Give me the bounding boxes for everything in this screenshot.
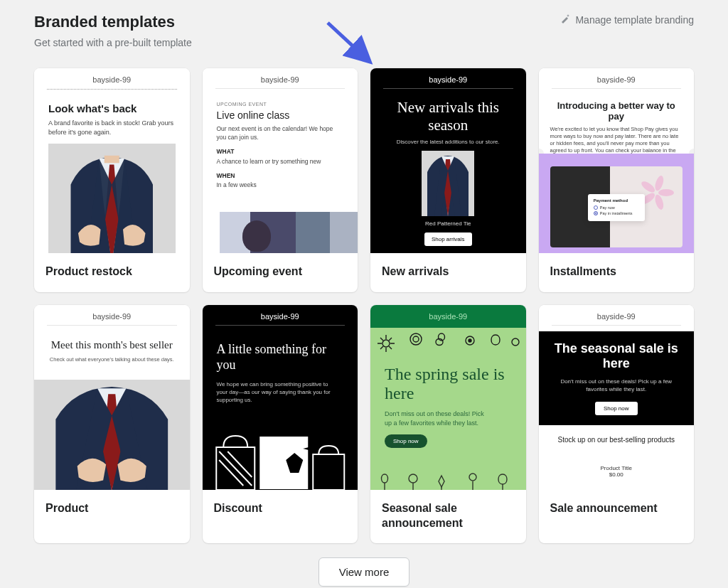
svg-rect-9	[313, 454, 344, 490]
template-name: Product restock	[34, 253, 190, 292]
svg-rect-1	[105, 156, 119, 164]
thumb-headline: A little something for you	[217, 341, 344, 373]
template-card-upcoming-event[interactable]: bayside-99 UPCOMING EVENT Live online cl…	[203, 68, 358, 292]
thumb-headline: Meet this month's best seller	[48, 338, 176, 352]
thumb-body: We hope we can bring something positive …	[217, 380, 338, 405]
store-name: bayside-99	[203, 305, 358, 331]
manage-branding-label: Manage template branding	[575, 14, 694, 26]
templates-grid: bayside-99 Look what's back A brand favo…	[34, 68, 694, 543]
cta-button: Shop arrivals	[424, 232, 472, 246]
svg-point-14	[469, 339, 471, 342]
store-name: bayside-99	[34, 68, 190, 95]
thumb-body: Our next event is on the calendar! We ho…	[217, 125, 344, 142]
shopping-bags-illustration	[214, 426, 347, 490]
store-name: bayside-99	[370, 68, 526, 95]
magic-wand-icon	[560, 13, 571, 26]
manage-template-branding-link[interactable]: Manage template branding	[560, 13, 694, 26]
thumb-below: Stock up on our best-selling products	[553, 435, 680, 445]
product-image	[34, 380, 190, 490]
store-name: bayside-99	[34, 305, 190, 331]
thumb-headline: New arrivals this season	[370, 95, 526, 139]
flower-doodles	[370, 328, 524, 359]
store-name: bayside-99	[539, 305, 695, 331]
event-photo	[220, 212, 358, 253]
template-thumb: bayside-99 Look what's back A brand favo…	[34, 68, 190, 253]
store-name: bayside-99	[370, 305, 526, 327]
template-card-installments[interactable]: bayside-99 Introducing a better way to p…	[539, 68, 695, 292]
store-name: bayside-99	[539, 68, 695, 95]
product-image	[48, 144, 176, 253]
thumb-headline: Introducing a better way to pay	[550, 100, 683, 122]
hero-image: Payment method Pay now Pay in installmen…	[539, 154, 695, 253]
thumb-body: A brand favorite is back in stock! Grab …	[48, 119, 176, 137]
thumb-body: Discover the latest additions to our sto…	[370, 139, 526, 145]
modal-title: Payment method	[594, 198, 639, 203]
what-body: A chance to learn or try something new	[217, 158, 344, 166]
template-thumb: bayside-99 A little something for you We…	[203, 305, 358, 490]
svg-point-10	[382, 340, 390, 347]
thumb-eyebrow: UPCOMING EVENT	[217, 102, 344, 107]
thumb-body: Check out what everyone's talking about …	[48, 356, 176, 363]
template-name: Upcoming event	[203, 253, 358, 292]
template-name: Installments	[539, 253, 695, 292]
template-name: Seasonal sale announcement	[370, 490, 526, 544]
svg-point-17	[469, 474, 476, 481]
when-label: WHEN	[217, 172, 344, 181]
flower-doodles	[370, 467, 524, 490]
svg-point-11	[413, 336, 419, 342]
thumb-body: Don't miss out on these deals! Pick up a…	[370, 410, 498, 427]
template-thumb: bayside-99 Meet this month's best seller…	[34, 305, 190, 490]
thumb-headline: Look what's back	[48, 102, 176, 114]
svg-point-15	[512, 338, 519, 346]
product-label: Red Patterned Tie	[370, 220, 526, 227]
payment-modal: Payment method Pay now Pay in installmen…	[588, 194, 645, 221]
thumb-headline: The seasonal sale is here	[553, 341, 680, 372]
template-thumb: bayside-99 The spring sale is here	[370, 305, 526, 490]
cta-button: Shop now	[595, 402, 638, 415]
store-name: bayside-99	[203, 68, 358, 95]
cta-button: Shop now	[385, 434, 427, 448]
page-subtitle: Get started with a pre-built template	[34, 37, 192, 48]
template-name: Product	[34, 490, 190, 529]
template-card-new-arrivals[interactable]: bayside-99 New arrivals this season Disc…	[370, 68, 526, 292]
template-thumb: bayside-99 The seasonal sale is here Don…	[539, 305, 695, 490]
template-name: Discount	[203, 490, 358, 529]
svg-point-12	[410, 333, 422, 345]
template-name: Sale announcement	[539, 490, 695, 529]
template-name: New arrivals	[370, 253, 526, 292]
template-thumb: bayside-99 Introducing a better way to p…	[539, 68, 695, 253]
template-card-discount[interactable]: bayside-99 A little something for you We…	[203, 305, 358, 544]
template-thumb: bayside-99 New arrivals this season Disc…	[370, 68, 526, 253]
product-title: Product Title	[553, 465, 680, 471]
pay-installments-option: Pay in installments	[600, 211, 633, 215]
template-card-sale-announcement[interactable]: bayside-99 The seasonal sale is here Don…	[539, 305, 695, 544]
page-title: Branded templates	[34, 13, 192, 31]
when-body: In a few weeks	[217, 181, 344, 190]
template-card-product[interactable]: bayside-99 Meet this month's best seller…	[34, 305, 190, 544]
template-thumb: bayside-99 UPCOMING EVENT Live online cl…	[203, 68, 358, 253]
what-label: WHAT	[217, 148, 344, 156]
pay-now-option: Pay now	[600, 205, 615, 210]
thumb-headline: Live online class	[217, 109, 344, 121]
thumb-body: Don't miss out on these deals! Pick up a…	[560, 378, 673, 393]
product-price: $0.00	[553, 471, 680, 478]
template-card-product-restock[interactable]: bayside-99 Look what's back A brand favo…	[34, 68, 190, 292]
svg-point-16	[409, 474, 417, 483]
view-more-button[interactable]: View more	[318, 557, 410, 587]
template-card-seasonal-sale[interactable]: bayside-99 The spring sale is here	[370, 305, 526, 544]
product-image	[422, 151, 474, 216]
